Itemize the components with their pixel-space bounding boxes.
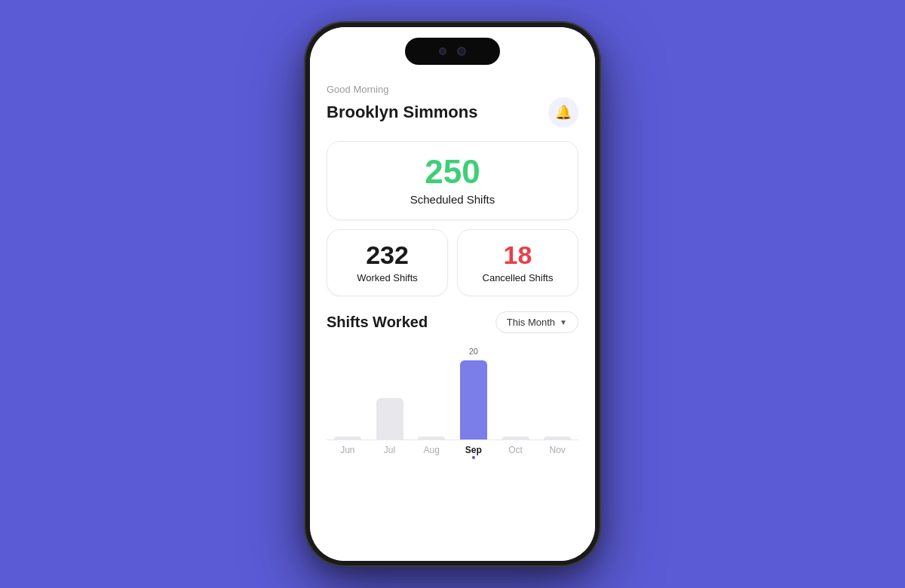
worked-shifts-number: 232 <box>339 242 435 268</box>
camera-dot-right <box>457 47 466 56</box>
phone-frame: Good Morning Brooklyn Simmons 🔔 250 Sche… <box>305 23 600 565</box>
cancelled-shifts-label: Cancelled Shifts <box>470 272 566 283</box>
worked-shifts-label: Worked Shifts <box>339 272 435 283</box>
x-label-sep: Sep• <box>452 445 495 461</box>
user-name: Brooklyn Simmons <box>327 103 477 122</box>
bar-sep <box>460 360 487 439</box>
stats-row: 232 Worked Shifts 18 Cancelled Shifts <box>327 229 578 296</box>
camera-dot-left <box>439 47 446 55</box>
dropdown-label: This Month <box>507 317 555 328</box>
notification-icon: 🔔 <box>555 104 572 121</box>
active-dot: • <box>452 455 495 461</box>
app-content: Good Morning Brooklyn Simmons 🔔 250 Sche… <box>310 27 595 561</box>
bar-label-sep: 20 <box>469 345 478 357</box>
phone-mockup: Good Morning Brooklyn Simmons 🔔 250 Sche… <box>305 23 600 565</box>
chart-x-axis: Jun Jul Aug Sep• Oct Nov <box>327 439 578 461</box>
chart-bars-area: 20 <box>327 345 578 439</box>
cancelled-shifts-number: 18 <box>470 242 566 268</box>
cancelled-shifts-card: 18 Cancelled Shifts <box>457 229 578 296</box>
x-label-jun: Jun <box>327 445 369 461</box>
content-scroll: Good Morning Brooklyn Simmons 🔔 250 Sche… <box>310 76 595 561</box>
scheduled-label: Scheduled Shifts <box>342 193 563 206</box>
shifts-chart: 20 <box>327 345 578 458</box>
greeting-text: Good Morning <box>327 84 578 95</box>
bar-group-aug <box>410 421 452 439</box>
bar-group-sep: 20 <box>452 345 495 439</box>
x-label-oct: Oct <box>495 445 537 461</box>
dynamic-island <box>405 38 500 65</box>
shifts-worked-header: Shifts Worked This Month ▼ <box>327 311 578 333</box>
scheduled-number: 250 <box>342 155 563 188</box>
bar-jul <box>376 398 403 439</box>
shifts-worked-title: Shifts Worked <box>327 314 428 331</box>
chevron-down-icon: ▼ <box>560 318 567 326</box>
bar-group-jul <box>369 383 411 439</box>
bar-group-oct <box>495 421 537 439</box>
x-label-aug: Aug <box>410 445 452 461</box>
bar-group-nov <box>536 421 578 439</box>
scheduled-shifts-card: 250 Scheduled Shifts <box>327 141 578 220</box>
bar-group-jun <box>327 421 369 439</box>
x-label-nov: Nov <box>536 445 578 461</box>
avatar-button[interactable]: 🔔 <box>548 97 578 127</box>
header-row: Brooklyn Simmons 🔔 <box>327 97 578 127</box>
x-label-jul: Jul <box>369 445 411 461</box>
worked-shifts-card: 232 Worked Shifts <box>327 229 448 296</box>
phone-screen: Good Morning Brooklyn Simmons 🔔 250 Sche… <box>310 27 595 561</box>
time-period-dropdown[interactable]: This Month ▼ <box>495 311 578 333</box>
